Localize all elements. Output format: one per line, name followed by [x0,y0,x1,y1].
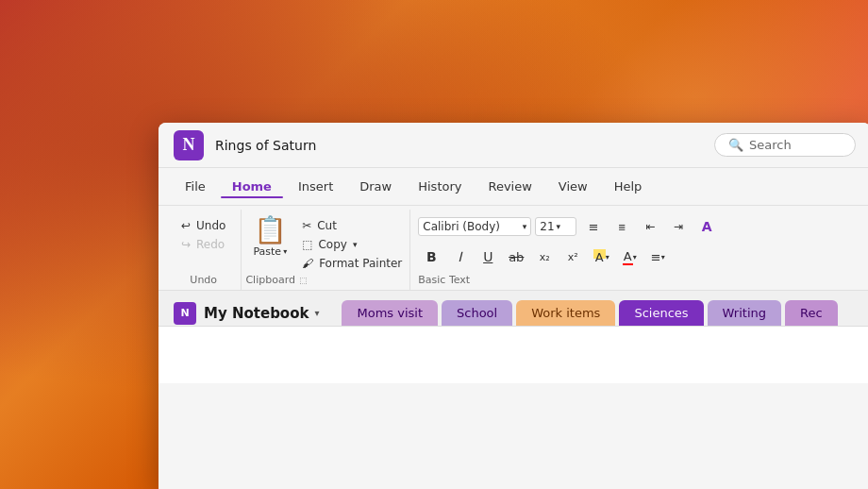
redo-icon: ↪ [181,238,191,251]
font-color-button[interactable]: A ▾ [616,244,643,270]
highlight-button[interactable]: A ▾ [588,244,614,270]
undo-icon: ↩ [181,219,191,232]
menu-item-draw[interactable]: Draw [348,176,403,197]
notebook-icon: N [174,302,196,325]
undo-group: ↩ Undo ↪ Redo Undo [166,210,242,290]
cut-button[interactable]: ✂ Cut [298,217,406,234]
undo-label: Undo [196,219,225,232]
app-window: N Rings of Saturn 🔍 Search File Home Ins… [159,123,868,489]
font-size-dropdown-icon: ▾ [557,222,561,231]
section-tab-rec[interactable]: Rec [785,300,838,326]
copy-button[interactable]: ⬚ Copy ▾ [298,236,406,253]
redo-button[interactable]: ↪ Redo [177,236,229,253]
notebook-name-button[interactable]: My Notebook ▾ [204,305,319,322]
indent-increase-button[interactable]: ⇥ [665,213,692,240]
paste-label: Paste [253,245,281,258]
bullet-list-button[interactable]: ≡ [580,213,607,240]
underline-button[interactable]: U [475,244,501,270]
section-tab-moms-visit[interactable]: Moms visit [342,300,438,326]
undo-button[interactable]: ↩ Undo [177,217,229,234]
section-tab-sciences[interactable]: Sciences [619,300,703,326]
cut-icon: ✂ [302,219,311,232]
onenote-app-icon: N [174,130,204,160]
copy-dropdown-icon: ▾ [353,240,358,249]
copy-icon: ⬚ [302,238,312,251]
font-name-select[interactable]: Calibri (Body) ▾ [418,217,531,236]
format-painter-button[interactable]: 🖌 Format Painter [298,255,406,272]
undo-group-label: Undo [190,274,217,286]
font-size-select[interactable]: 21 ▾ [535,217,576,236]
search-box[interactable]: 🔍 Search [714,133,856,157]
indent-decrease-button[interactable]: ⇤ [637,213,663,240]
copy-label: Copy [318,238,346,251]
font-name-value: Calibri (Body) [423,220,500,233]
ribbon: ↩ Undo ↪ Redo Undo 📋 Paste ▾ [159,206,868,291]
menu-item-view[interactable]: View [547,176,599,197]
section-tabs: Moms visit School Work items Sciences Wr… [342,300,837,326]
align-button[interactable]: ≡▾ [644,244,671,270]
menu-item-home[interactable]: Home [221,176,283,197]
italic-button[interactable]: I [446,244,473,270]
paste-dropdown-icon: ▾ [283,247,287,256]
notebook-chevron-icon: ▾ [314,308,319,318]
paste-icon: 📋 [254,217,287,244]
highlight-dropdown: ▾ [606,253,609,261]
text-style-button[interactable]: A [693,213,720,240]
bold-button[interactable]: B [418,244,444,270]
clipboard-group: 📋 Paste ▾ ✂ Cut ⬚ Copy ▾ [242,210,410,290]
font-size-value: 21 [540,220,554,233]
basic-text-group-label: Basic Text [418,274,470,286]
title-bar: N Rings of Saturn 🔍 Search [159,123,868,168]
section-tab-writing[interactable]: Writing [708,300,781,326]
notebook-icon-letter: N [180,307,189,319]
font-color-dropdown: ▾ [633,253,637,261]
paste-button[interactable]: 📋 Paste ▾ [245,213,294,274]
search-label: Search [749,138,792,152]
highlight-icon: A [593,249,606,265]
cut-label: Cut [317,219,337,232]
basic-text-group: Calibri (Body) ▾ 21 ▾ ≡ ≣ ⇤ ⇥ A B [410,210,863,290]
notebook-name-text: My Notebook [204,305,309,322]
menu-bar: File Home Insert Draw History Review Vie… [159,168,868,206]
clipboard-expand-icon[interactable]: ⬚ [299,276,308,285]
app-icon-letter: N [183,135,195,155]
format-painter-label: Format Painter [319,257,402,270]
redo-label: Redo [196,238,225,251]
menu-item-history[interactable]: History [407,176,473,197]
menu-item-review[interactable]: Review [476,176,542,197]
page-content-area[interactable] [159,327,868,383]
font-color-icon: A [623,249,633,265]
clipboard-group-label: Clipboard [245,274,295,286]
menu-item-help[interactable]: Help [603,176,654,197]
section-tab-work-items[interactable]: Work items [516,300,615,326]
strikethrough-button[interactable]: ab [503,244,529,270]
format-painter-icon: 🖌 [302,257,313,270]
window-title: Rings of Saturn [215,138,316,153]
clipboard-actions: ✂ Cut ⬚ Copy ▾ 🖌 Format Painter [298,213,406,274]
subscript-button[interactable]: x₂ [531,244,558,270]
search-icon: 🔍 [728,138,743,152]
menu-item-insert[interactable]: Insert [287,176,344,197]
menu-item-file[interactable]: File [174,176,217,197]
font-name-dropdown-icon: ▾ [523,222,527,231]
notebook-bar: N My Notebook ▾ Moms visit School Work i… [159,291,868,327]
numbered-list-button[interactable]: ≣ [609,213,635,240]
superscript-button[interactable]: x² [559,244,586,270]
section-tab-school[interactable]: School [442,300,512,326]
